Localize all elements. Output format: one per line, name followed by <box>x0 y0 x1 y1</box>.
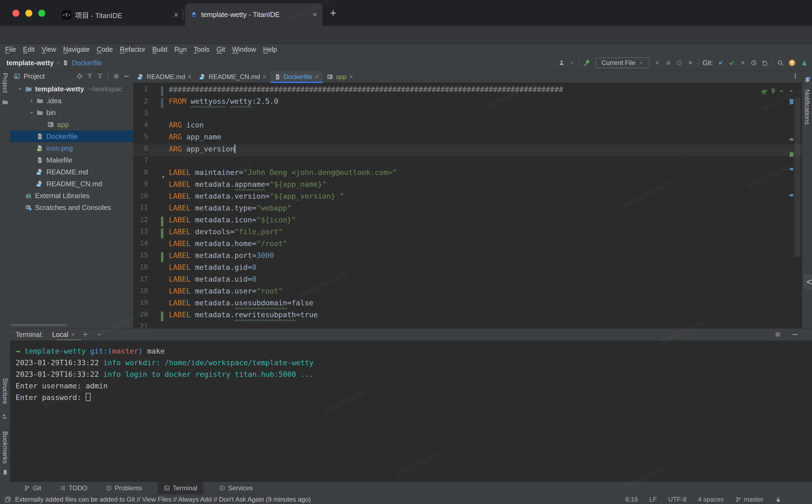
git-push-icon[interactable] <box>739 59 746 66</box>
menu-navigate[interactable]: Navigate <box>60 46 93 53</box>
locate-file-icon[interactable] <box>76 73 83 80</box>
code-line-14[interactable]: 14LABEL metadata.home="/root" <box>133 239 802 251</box>
browser-tab-active[interactable]: template-wetty - TitanIDE × <box>185 3 322 26</box>
tree-item-bin[interactable]: bin <box>10 107 133 119</box>
indent-setting[interactable]: 4 spaces <box>698 496 724 503</box>
editor-tab-readme-md[interactable]: MDREADME.md× <box>133 71 195 83</box>
profiler-button[interactable] <box>676 59 683 66</box>
menu-tools[interactable]: Tools <box>190 46 213 53</box>
menu-git[interactable]: Git <box>213 46 229 53</box>
notifications-bell-icon[interactable] <box>803 76 811 84</box>
git-update-icon[interactable] <box>717 59 724 66</box>
browser-tab[interactable]: ‹t› 项目 - TitanIDE × <box>57 4 183 26</box>
breadcrumb-project[interactable]: template-wetty <box>6 59 54 67</box>
structure-strip-icon[interactable] <box>2 413 9 420</box>
tab-close-icon[interactable]: × <box>349 73 353 81</box>
terminal-minimize-icon[interactable] <box>792 331 799 338</box>
line-separator[interactable]: LF <box>649 496 657 503</box>
code-line-17[interactable]: 17LABEL metadata.uid=0 <box>133 275 802 287</box>
tree-chevron-icon[interactable] <box>27 109 36 116</box>
next-problem-icon[interactable] <box>788 88 794 94</box>
menu-refactor[interactable]: Refactor <box>116 46 149 53</box>
editor-tab-app[interactable]: app× <box>323 71 357 83</box>
update-available-icon[interactable] <box>788 59 796 67</box>
search-everywhere-icon[interactable] <box>777 59 784 66</box>
terminal-dropdown-icon[interactable] <box>96 331 103 338</box>
prev-problem-icon[interactable] <box>778 88 785 94</box>
tree-chevron-icon[interactable] <box>27 98 36 104</box>
project-strip-label[interactable]: Project <box>1 73 9 93</box>
bookmarks-strip-icon[interactable] <box>2 469 9 476</box>
new-termin-session-icon[interactable] <box>82 331 89 338</box>
editor-tab-readme-cn-md[interactable]: MDREADME_CN.md× <box>195 71 270 83</box>
notifications-strip-label[interactable]: Notifications <box>803 89 811 125</box>
stop-button[interactable] <box>687 59 694 66</box>
code-line-1[interactable]: 1#######################################… <box>133 85 802 97</box>
tree-item-app[interactable]: app <box>10 119 133 130</box>
editor-tab-dockerfile[interactable]: Dockerfile× <box>270 71 323 83</box>
terminal-tab-close-icon[interactable]: × <box>71 331 75 338</box>
menu-file[interactable]: File <box>2 46 19 53</box>
new-tab-button[interactable]: + <box>330 7 336 19</box>
menu-help[interactable]: Help <box>260 46 280 53</box>
run-configuration-select[interactable]: Current File <box>595 57 650 68</box>
run-button[interactable] <box>654 59 661 66</box>
toolwindow-git[interactable]: Git <box>21 482 44 494</box>
code-line-13[interactable]: 13LABEL devtools="file,port" <box>133 227 802 239</box>
menu-code[interactable]: Code <box>93 46 116 53</box>
toolwindow-terminal[interactable]: Terminal <box>158 482 203 494</box>
code-line-6[interactable]: 6ARG app_version <box>133 144 802 156</box>
build-hammer-icon[interactable] <box>583 59 591 67</box>
collapse-all-icon[interactable] <box>97 73 104 80</box>
settings-gear-icon[interactable] <box>113 73 120 80</box>
code-line-15[interactable]: 15LABEL metadata.port=3000 <box>133 251 802 263</box>
hide-panel-icon[interactable] <box>123 73 130 80</box>
tree-item-makefile[interactable]: Makefile <box>10 154 133 166</box>
window-minimize-button[interactable] <box>25 10 32 17</box>
code-line-10[interactable]: 10LABEL metadata.version="${app_version}… <box>133 192 802 204</box>
editor-scrollbar[interactable] <box>794 98 800 257</box>
caret-position[interactable]: 6:16 <box>625 496 638 503</box>
terminal-tab-local[interactable]: Local <box>52 331 68 339</box>
debug-button[interactable] <box>665 59 672 66</box>
history-icon[interactable] <box>750 59 757 66</box>
expand-panel-button[interactable]: < <box>803 274 812 289</box>
writable-lock-icon[interactable] <box>775 496 782 503</box>
menu-run[interactable]: Run <box>171 46 190 53</box>
tree-item-readme-cn-md[interactable]: MDREADME_CN.md <box>10 178 133 190</box>
code-line-9[interactable]: 9LABEL metadata.appname="${app_name}" <box>133 180 802 192</box>
tree-item--idea[interactable]: .idea <box>10 95 133 107</box>
window-zoom-button[interactable] <box>38 10 45 17</box>
code-line-5[interactable]: 5ARG app_name <box>133 133 802 144</box>
menu-window[interactable]: Window <box>229 46 260 53</box>
file-encoding[interactable]: UTF-8 <box>668 496 687 503</box>
code-line-12[interactable]: 12LABEL metadata.icon="${icon}" <box>133 216 802 227</box>
code-line-19[interactable]: 19LABEL metadata.usesubdomain=false <box>133 299 802 310</box>
chevron-down-icon[interactable] <box>569 60 574 65</box>
expand-all-icon[interactable] <box>86 73 93 80</box>
toolwindow-todo[interactable]: TODO <box>57 482 90 494</box>
rollback-icon[interactable] <box>761 59 768 66</box>
toolwindow-services[interactable]: Services <box>216 482 256 494</box>
toolwindow-problems[interactable]: Problems <box>103 482 145 494</box>
code-line-3[interactable]: 3 <box>133 109 802 121</box>
terminal-output[interactable]: → template-wetty git:(master) make2023-0… <box>16 345 807 403</box>
bookmarks-strip-label[interactable]: Bookmarks <box>1 431 9 464</box>
tab-close-icon[interactable]: × <box>263 73 267 81</box>
code-line-8[interactable]: 8LABEL maintainer="John Deng <john.deng@… <box>133 168 802 180</box>
code-line-18[interactable]: 18LABEL metadata.user="root" <box>133 287 802 299</box>
structure-strip-label[interactable]: Structure <box>1 378 9 404</box>
tree-item-template-wetty[interactable]: template-wetty~/workspac <box>10 83 133 95</box>
window-close-button[interactable] <box>12 10 19 17</box>
code-line-21[interactable]: 21 <box>133 322 802 328</box>
code-line-7[interactable]: 7 <box>133 156 802 168</box>
git-branch-widget[interactable]: master <box>735 496 763 503</box>
code-line-20[interactable]: 20LABEL metadata.rewritesubpath=true <box>133 310 802 322</box>
terminal-settings-icon[interactable] <box>774 331 781 338</box>
tree-item-dockerfile[interactable]: Dockerfile <box>10 130 133 142</box>
menu-build[interactable]: Build <box>149 46 171 53</box>
tree-item-scratches-and-consoles[interactable]: Scratches and Consoles <box>10 202 133 213</box>
fold-marker-icon[interactable] <box>160 174 166 180</box>
menu-edit[interactable]: Edit <box>19 46 38 53</box>
code-line-11[interactable]: 11LABEL metadata.type="webapp" <box>133 204 802 216</box>
